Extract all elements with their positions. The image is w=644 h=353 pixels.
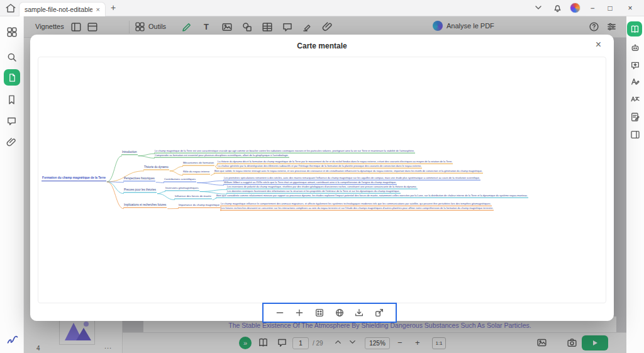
mindmap-node-contributions[interactable]: Contributions scientifiques [164, 177, 196, 182]
mindmap-zoom-in-button[interactable] [292, 306, 306, 320]
sidebar-item-bookmarks[interactable] [6, 94, 18, 106]
bell-icon [552, 3, 563, 13]
document-icon [8, 73, 17, 82]
ai-chat-button[interactable] [630, 60, 640, 70]
window-close-button[interactable]: × [623, 0, 638, 16]
search-icon [6, 52, 18, 63]
mindmap-download-button[interactable] [352, 306, 366, 320]
signature-pen-icon [6, 333, 19, 345]
sidebar-item-search[interactable] [6, 52, 18, 63]
mindmap-node-role[interactable]: Rôle du noyau interne [182, 170, 210, 174]
left-sidebar [0, 16, 24, 353]
download-icon [354, 308, 364, 318]
mindmap-language-button[interactable] [333, 306, 347, 320]
ai-form-button[interactable] [630, 112, 640, 122]
reader-panel-button[interactable] [630, 130, 640, 140]
modal-close-icon[interactable]: × [596, 39, 601, 50]
sidebar-item-attachments[interactable] [6, 137, 18, 148]
mindmap-node-dynamo[interactable]: Théorie du dynamo [143, 165, 169, 170]
mindmap-node-p2[interactable]: William Gilbert a suggéré au XVIIe siècl… [223, 181, 397, 185]
sidebar-item-documents-active[interactable] [4, 69, 20, 86]
mindmap-node-v3[interactable]: Bien que considérée comme relativement m… [216, 194, 528, 198]
globe-icon [335, 308, 345, 318]
tab-title: sample-file-not-editable [25, 6, 92, 13]
mindmap-node-mecanismes[interactable]: Mécanismes de formation [182, 161, 214, 165]
open-book-icon [630, 25, 640, 34]
comment-bubble-icon [6, 116, 17, 126]
dice-icon [314, 308, 325, 318]
mindmap-zoom-out-button[interactable] [273, 306, 287, 320]
bookmark-icon [6, 94, 17, 105]
mindmap-toolbar [262, 303, 397, 323]
avatar[interactable] [570, 3, 580, 13]
minus-icon [275, 308, 285, 318]
mindmap-node-m2[interactable]: Les futures recherches devraient se conc… [220, 206, 494, 211]
export-icon [374, 308, 384, 318]
mindmap-node-intro[interactable]: Introduction [121, 150, 138, 155]
notifications-button[interactable] [552, 3, 563, 13]
mindmap-node-d2[interactable]: La chaleur générée par la désintégration… [217, 164, 422, 169]
mindmap-node-inversions[interactable]: Inversions géomagnétiques [165, 186, 199, 191]
mindmap-regenerate-button[interactable] [313, 306, 326, 320]
modal-title: Carte mentale [30, 42, 614, 50]
mindmap-node-i1[interactable]: Le champ magnétique de la Terre est une … [154, 149, 415, 154]
mindmap-node-i2[interactable]: Comprendre sa formation est essentiel po… [154, 154, 289, 158]
plus-icon [294, 308, 304, 318]
ai-rewrite-button[interactable] [630, 77, 640, 87]
ai-robot-icon [630, 43, 640, 53]
home-button[interactable] [5, 3, 16, 14]
window-minimize-button[interactable]: − [585, 0, 600, 16]
mindmap-node-importance[interactable]: Importance du champ magnétique [178, 203, 220, 208]
apps-grid-icon [6, 26, 18, 38]
reading-mode-button[interactable] [627, 21, 642, 36]
mindmap-node-v1[interactable]: Les inversions de polarité du champ magn… [226, 185, 418, 189]
mindmap-node-preuves[interactable]: Preuves pour les théories [123, 188, 157, 193]
form-fill-icon [630, 112, 640, 122]
translate-icon [630, 94, 640, 104]
home-icon [5, 3, 16, 14]
mindmap-export-button[interactable] [372, 306, 386, 320]
mindmap-node-d3[interactable]: Bien que solide, le noyau interne intera… [214, 169, 483, 174]
mindmap-node-p1[interactable]: Les premières spéculations remontent à d… [223, 176, 480, 181]
window-maximize-button[interactable]: □ [602, 0, 618, 16]
signature-tool-button[interactable] [6, 333, 18, 344]
ai-rewrite-icon [630, 77, 640, 87]
mindmap-node-root[interactable]: Formation du champ magnétique de la Terr… [42, 176, 106, 181]
mindmap-node-implications[interactable]: Implications et recherches futures [123, 203, 167, 208]
mindmap-node-influence[interactable]: Influence des forces de marée [174, 194, 212, 199]
ai-robot-button[interactable] [630, 43, 640, 53]
tab-close-icon[interactable]: × [96, 6, 100, 13]
chevron-down-icon [533, 3, 543, 13]
ai-chat-icon [630, 60, 640, 70]
mindmap-node-m1[interactable]: Le champ magnétique influence le comport… [220, 202, 492, 206]
sidebar-item-comments[interactable] [6, 116, 18, 127]
pdf-app-window: sample-file-not-editable × + − □ × Vigne… [0, 0, 644, 353]
ai-translate-button[interactable] [630, 94, 640, 104]
titlebar: sample-file-not-editable × + − □ × [0, 0, 644, 16]
right-sidebar [626, 16, 644, 353]
sidebar-item-apps[interactable] [6, 26, 18, 38]
document-tab[interactable]: sample-file-not-editable × [19, 2, 106, 16]
paperclip-icon [6, 137, 17, 148]
collapse-toolbar-button[interactable] [533, 3, 543, 13]
book-panel-icon [630, 130, 640, 140]
mindmap-node-perspectives[interactable]: Perspectives historiques [123, 177, 155, 181]
mindmap-node-v2[interactable]: Les données sismiques fournissent des in… [226, 189, 401, 194]
mindmap-canvas[interactable]: Formation du champ magnétique de la Terr… [38, 57, 606, 303]
mindmap-node-d1[interactable]: La théorie du dynamo décrit la formation… [217, 160, 453, 164]
new-tab-button[interactable]: + [111, 3, 116, 13]
mindmap-modal: Carte mentale × Formation du champ magné… [30, 35, 614, 321]
